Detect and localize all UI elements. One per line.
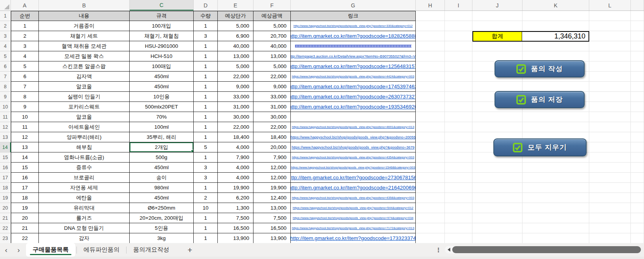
empty-cell[interactable] [445,122,472,132]
cell-D21[interactable]: 1 [194,213,218,223]
cell-A10[interactable]: 9 [11,102,39,112]
empty-cell[interactable] [445,21,472,31]
row-header-1[interactable]: 1 [0,11,11,21]
cell-A12[interactable]: 11 [11,122,39,132]
column-letter-E[interactable]: E [218,0,253,10]
row-header-6[interactable]: 6 [0,61,11,72]
cell-E14[interactable]: 4,000 [218,142,253,152]
empty-cell[interactable] [416,213,445,223]
row-header-4[interactable]: 4 [0,41,11,51]
empty-cell[interactable] [522,203,589,213]
cell-G10[interactable]: http://item.gmarket.co.kr/Item?goodscode… [291,102,416,112]
empty-cell[interactable] [589,112,631,122]
cell-E13[interactable]: 18,400 [218,132,253,142]
empty-cell[interactable] [589,21,631,31]
cell-E16[interactable]: 4,000 [218,163,253,173]
empty-cell[interactable] [416,92,445,102]
empty-cell[interactable] [631,122,644,132]
cell-G4[interactable] [291,41,416,51]
compressed-link[interactable] [295,45,411,47]
cell-E2[interactable]: 5,000 [218,21,253,31]
row-header-23[interactable]: 23 [0,233,11,243]
empty-cell[interactable] [589,152,631,163]
empty-cell[interactable] [522,223,589,233]
cell-G22[interactable]: https://www.happyschool.biz/shop/goods/g… [291,223,416,233]
horizontal-scrollbar[interactable] [445,246,641,254]
empty-cell[interactable] [589,41,631,51]
row-header-15[interactable]: 15 [0,152,11,163]
row-header-14[interactable]: 14 [0,142,11,152]
add-sheet-button[interactable]: + [176,245,204,255]
cell-D22[interactable]: 1 [194,223,218,233]
cell-D13[interactable]: 1 [194,132,218,142]
cell-E5[interactable]: 13,000 [218,51,253,61]
cell-F6[interactable]: 5,000 [253,61,291,72]
cell-A3[interactable]: 2 [11,31,39,41]
cell-D12[interactable]: 1 [194,122,218,132]
hyperlink[interactable]: https://www.happyschool.biz/shop/goods/g… [293,216,413,220]
empty-cell[interactable] [631,41,644,51]
cell-A16[interactable]: 15 [11,163,39,173]
cell-C14[interactable]: 2개입 [130,142,194,152]
hyperlink[interactable]: https://www.happyschool.biz/shop/goods/g… [292,196,414,200]
cell-B21[interactable]: 롤거즈 [39,213,130,223]
empty-cell[interactable] [631,82,644,92]
cell-C21[interactable]: 20×20cm, 200매입 [130,213,194,223]
cell-B2[interactable]: 거름종이 [39,21,130,31]
row-header-5[interactable]: 5 [0,51,11,61]
empty-cell[interactable] [631,233,644,243]
empty-cell[interactable] [589,11,631,21]
cell-C22[interactable]: 5인용 [130,223,194,233]
empty-cell[interactable] [445,72,472,82]
cell-E7[interactable]: 22,000 [218,72,253,82]
cell-A22[interactable]: 21 [11,223,39,233]
cell-A21[interactable]: 20 [11,213,39,223]
cell-F2[interactable]: 5,000 [253,21,291,31]
hyperlink[interactable]: https://www.happyschool.biz/shop/goods/g… [292,226,414,230]
empty-cell[interactable] [631,223,644,233]
empty-cell[interactable] [589,102,631,112]
empty-cell[interactable] [589,92,631,102]
empty-cell[interactable] [589,223,631,233]
cell-A2[interactable]: 1 [11,21,39,31]
sheet-tab-1[interactable]: 구매물품목록 [26,243,75,257]
empty-cell[interactable] [472,203,522,213]
empty-cell[interactable] [445,11,472,21]
row-header-13[interactable]: 13 [0,132,11,142]
empty-cell[interactable] [631,203,644,213]
cell-G19[interactable]: https://www.happyschool.biz/shop/goods/g… [291,193,416,203]
cell-G3[interactable]: http://item.gmarket.co.kr/Item?goodscode… [291,31,416,41]
hyperlink[interactable]: https://www.happyschool.biz/shop/goods/g… [292,156,414,159]
sheet-tab-2[interactable]: 에듀파인품의 [77,243,126,257]
cell-F8[interactable]: 9,000 [253,82,291,92]
column-title-cell[interactable]: 수량 [194,11,218,21]
clear-all-button[interactable]: 모두 지우기 [493,138,587,156]
column-title-cell[interactable]: 내용 [39,11,130,21]
empty-cell[interactable] [445,102,472,112]
empty-cell[interactable] [589,31,631,41]
empty-cell[interactable] [445,193,472,203]
cell-G5[interactable]: http://itempage3.auction.co.kr/DetailVie… [291,51,416,61]
select-all-corner[interactable] [0,0,11,10]
cell-D14[interactable]: 5 [194,142,218,152]
cell-G2[interactable]: http://www.happyschool.biz/shop/goods/go… [291,21,416,31]
empty-cell[interactable] [589,203,631,213]
scroll-left-arrow-icon[interactable] [448,248,450,252]
empty-cell[interactable] [589,122,631,132]
cell-C11[interactable]: 70% [130,112,194,122]
row-header-22[interactable]: 22 [0,223,11,233]
cell-A9[interactable]: 8 [11,92,39,102]
cell-A17[interactable]: 16 [11,173,39,183]
hyperlink[interactable]: ttp://item.gmarket.co.kr/Item?goodscode=… [291,175,416,180]
cell-A13[interactable]: 12 [11,132,39,142]
column-letter-G[interactable]: G [291,0,416,10]
cell-F18[interactable]: 19,900 [253,183,291,193]
cell-C10[interactable]: 500mlx20PET [130,102,194,112]
row-header-9[interactable]: 9 [0,92,11,102]
empty-cell[interactable] [445,173,472,183]
cell-B6[interactable]: 스킨코튼 알콜스왑 [39,61,130,72]
cell-A18[interactable]: 17 [11,183,39,193]
hyperlink[interactable]: http://itempage3.auction.co.kr/DetailVie… [291,54,416,58]
cell-C3[interactable]: 채혈기, 채혈침 [130,31,194,41]
cell-E18[interactable]: 19,900 [218,183,253,193]
